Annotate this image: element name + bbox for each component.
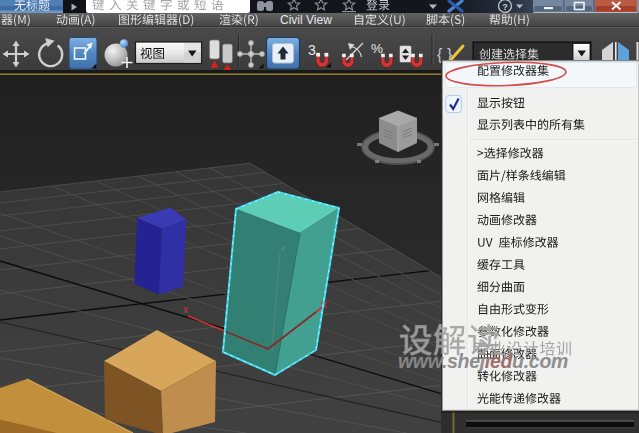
svg-text:x: x [183, 304, 188, 315]
svg-text:www.shejiedu.com: www.shejiedu.com [398, 350, 568, 372]
svg-text:?: ? [502, 2, 508, 12]
svg-text:3: 3 [308, 42, 316, 58]
svg-text:Civil View: Civil View [280, 13, 332, 27]
svg-text:z: z [281, 243, 285, 252]
